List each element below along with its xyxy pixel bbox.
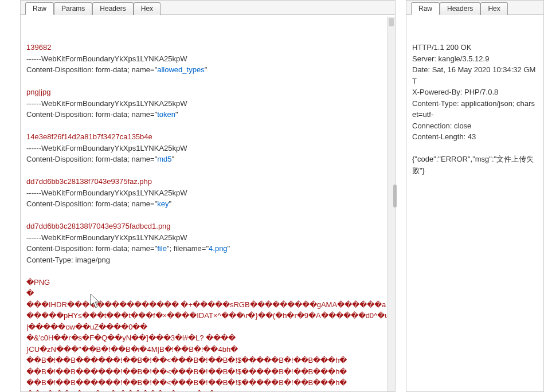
tab-headers[interactable]: Headers — [92, 2, 133, 15]
request-text[interactable]: 139682 ------WebKitFormBoundaryYkXps1LYN… — [26, 42, 389, 391]
request-content: 139682 ------WebKitFormBoundaryYkXps1LYN… — [21, 15, 395, 391]
request-panel: Raw Params Headers Hex 139682 ------WebK… — [20, 0, 396, 392]
tab-hex-response[interactable]: Hex — [480, 2, 507, 15]
tab-params[interactable]: Params — [54, 2, 92, 15]
tab-raw-response[interactable]: Raw — [411, 2, 440, 15]
tab-hex[interactable]: Hex — [134, 2, 161, 15]
tab-headers-response[interactable]: Headers — [440, 2, 480, 15]
tab-raw[interactable]: Raw — [25, 2, 54, 15]
response-content: HTTP/1.1 200 OKServer: kangle/3.5.12.9Da… — [406, 15, 543, 391]
split-handle[interactable] — [393, 185, 397, 207]
response-panel: Raw Headers Hex HTTP/1.1 200 OKServer: k… — [406, 0, 544, 392]
response-text[interactable]: HTTP/1.1 200 OKServer: kangle/3.5.12.9Da… — [412, 42, 538, 391]
request-tabs: Raw Params Headers Hex — [21, 1, 395, 15]
response-tabs: Raw Headers Hex — [406, 1, 543, 15]
